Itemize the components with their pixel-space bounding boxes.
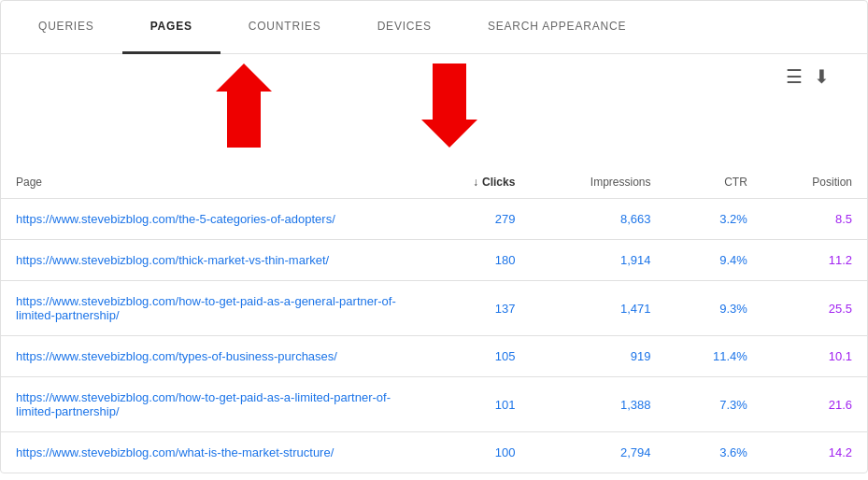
- arrows-overlay: [1, 54, 867, 166]
- filter-icon[interactable]: ☰: [786, 65, 803, 88]
- cell-position: 11.2: [762, 240, 867, 281]
- table-row: https://www.stevebizblog.com/how-to-get-…: [1, 377, 867, 432]
- table-row: https://www.stevebizblog.com/the-5-categ…: [1, 199, 867, 240]
- cell-impressions: 919: [530, 336, 665, 377]
- col-header-impressions[interactable]: Impressions: [530, 166, 665, 199]
- tab-countries[interactable]: COUNTRIES: [221, 1, 349, 54]
- tab-queries[interactable]: QUERIES: [10, 1, 122, 54]
- col-header-clicks[interactable]: ↓Clicks: [421, 166, 530, 199]
- cell-impressions: 1,914: [530, 240, 665, 281]
- cell-position: 14.2: [762, 432, 867, 473]
- cell-page[interactable]: https://www.stevebizblog.com/types-of-bu…: [1, 336, 421, 377]
- cell-position: 21.6: [762, 377, 867, 432]
- cell-ctr: 9.4%: [665, 240, 761, 281]
- svg-marker-0: [216, 64, 272, 148]
- table-row: https://www.stevebizblog.com/what-is-the…: [1, 432, 867, 473]
- cell-clicks: 100: [421, 432, 530, 473]
- cell-ctr: 11.4%: [665, 336, 761, 377]
- cell-impressions: 1,388: [530, 377, 665, 432]
- table-header-row: Page ↓Clicks Impressions CTR Position: [1, 166, 867, 199]
- cell-impressions: 2,794: [530, 432, 665, 473]
- data-table-wrapper: Page ↓Clicks Impressions CTR Position: [1, 166, 867, 473]
- tab-search-appearance[interactable]: SEARCH APPEARANCE: [460, 1, 654, 54]
- cell-ctr: 3.2%: [665, 199, 761, 240]
- cell-page[interactable]: https://www.stevebizblog.com/the-5-categ…: [1, 199, 421, 240]
- toolbar: ☰ ⬇: [1, 54, 867, 166]
- cell-ctr: 3.6%: [665, 432, 761, 473]
- svg-marker-1: [421, 64, 477, 148]
- tab-devices[interactable]: DEVICES: [349, 1, 460, 54]
- col-header-position[interactable]: Position: [762, 166, 867, 199]
- cell-page[interactable]: https://www.stevebizblog.com/how-to-get-…: [1, 377, 421, 432]
- cell-clicks: 101: [421, 377, 530, 432]
- cell-page[interactable]: https://www.stevebizblog.com/thick-marke…: [1, 240, 421, 281]
- col-header-ctr[interactable]: CTR: [665, 166, 761, 199]
- table-row: https://www.stevebizblog.com/types-of-bu…: [1, 336, 867, 377]
- download-icon[interactable]: ⬇: [814, 65, 830, 88]
- tab-pages[interactable]: PAGES: [122, 1, 221, 54]
- col-header-page[interactable]: Page: [1, 166, 421, 199]
- table-row: https://www.stevebizblog.com/how-to-get-…: [1, 281, 867, 336]
- cell-position: 10.1: [762, 336, 867, 377]
- tab-bar: QUERIES PAGES COUNTRIES DEVICES SEARCH A…: [1, 1, 867, 54]
- cell-impressions: 1,471: [530, 281, 665, 336]
- sort-icon: ↓: [473, 176, 478, 189]
- data-table: Page ↓Clicks Impressions CTR Position: [1, 166, 867, 473]
- cell-clicks: 137: [421, 281, 530, 336]
- main-container: QUERIES PAGES COUNTRIES DEVICES SEARCH A…: [0, 0, 868, 473]
- cell-clicks: 105: [421, 336, 530, 377]
- cell-ctr: 9.3%: [665, 281, 761, 336]
- cell-impressions: 8,663: [530, 199, 665, 240]
- cell-position: 8.5: [762, 199, 867, 240]
- table-row: https://www.stevebizblog.com/thick-marke…: [1, 240, 867, 281]
- cell-ctr: 7.3%: [665, 377, 761, 432]
- cell-clicks: 180: [421, 240, 530, 281]
- cell-clicks: 279: [421, 199, 530, 240]
- cell-page[interactable]: https://www.stevebizblog.com/how-to-get-…: [1, 281, 421, 336]
- cell-page[interactable]: https://www.stevebizblog.com/what-is-the…: [1, 432, 421, 473]
- cell-position: 25.5: [762, 281, 867, 336]
